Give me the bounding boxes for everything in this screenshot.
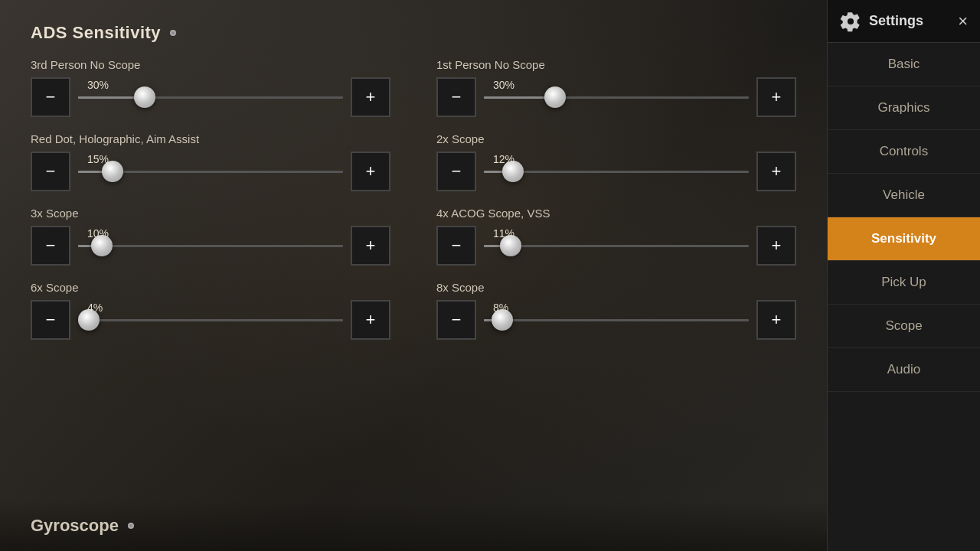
sidebar-header: Settings × [828, 0, 980, 43]
btn-minus-8x-scope[interactable]: − [436, 300, 476, 340]
slider-row-third-person-no-scope: −30%+ [31, 77, 390, 117]
btn-plus-red-dot[interactable]: + [351, 152, 390, 191]
slider-track-red-dot [78, 171, 343, 173]
slider-label-3x-scope: 3x Scope [31, 207, 390, 220]
slider-group-third-person-no-scope: 3rd Person No Scope−30%+ [31, 58, 390, 117]
slider-container-first-person-no-scope[interactable]: 30% [484, 77, 749, 117]
btn-minus-4x-acog[interactable]: − [436, 226, 476, 266]
settings-title-row: Settings [840, 11, 923, 32]
slider-label-6x-scope: 6x Scope [31, 281, 390, 294]
nav-item-scope[interactable]: Scope [828, 305, 980, 348]
slider-value-8x-scope: 8% [493, 302, 508, 314]
btn-minus-2x-scope[interactable]: − [436, 152, 476, 191]
nav-items: BasicGraphicsControlsVehicleSensitivityP… [828, 43, 980, 551]
slider-group-red-dot: Red Dot, Holographic, Aim Assist−15%+ [31, 132, 390, 191]
nav-item-graphics[interactable]: Graphics [828, 86, 980, 130]
slider-track-6x-scope [78, 319, 343, 321]
sidebar: Settings × BasicGraphicsControlsVehicleS… [827, 0, 980, 551]
slider-row-3x-scope: −10%+ [31, 226, 390, 266]
bottom-section: Gyroscope [0, 500, 827, 551]
nav-item-basic[interactable]: Basic [828, 43, 980, 86]
slider-container-3x-scope[interactable]: 10% [78, 226, 343, 266]
btn-minus-third-person-no-scope[interactable]: − [31, 77, 70, 117]
section-title: ADS Sensitivity [31, 23, 161, 43]
slider-track-first-person-no-scope [484, 96, 749, 99]
slider-track-8x-scope [484, 319, 749, 321]
slider-value-third-person-no-scope: 30% [87, 79, 109, 91]
slider-thumb-third-person-no-scope[interactable] [134, 86, 155, 108]
slider-value-2x-scope: 12% [493, 153, 514, 165]
slider-container-red-dot[interactable]: 15% [78, 152, 343, 191]
slider-group-6x-scope: 6x Scope−4%+ [31, 281, 390, 340]
slider-track-3x-scope [78, 245, 343, 247]
slider-track-third-person-no-scope [78, 96, 343, 99]
slider-group-3x-scope: 3x Scope−10%+ [31, 207, 390, 266]
nav-item-sensitivity[interactable]: Sensitivity [828, 217, 980, 261]
btn-plus-2x-scope[interactable]: + [756, 152, 796, 191]
slider-row-8x-scope: −8%+ [436, 300, 796, 340]
slider-label-red-dot: Red Dot, Holographic, Aim Assist [31, 132, 390, 145]
slider-container-8x-scope[interactable]: 8% [484, 300, 749, 340]
btn-plus-first-person-no-scope[interactable]: + [756, 77, 796, 117]
section-header: ADS Sensitivity [31, 23, 796, 43]
main-panel: ADS Sensitivity 3rd Person No Scope−30%+… [0, 0, 827, 551]
nav-item-pickup[interactable]: Pick Up [828, 261, 980, 305]
slider-value-first-person-no-scope: 30% [493, 79, 514, 91]
slider-value-3x-scope: 10% [87, 227, 109, 240]
section-dot [170, 30, 176, 36]
slider-container-2x-scope[interactable]: 12% [484, 152, 749, 191]
slider-group-first-person-no-scope: 1st Person No Scope−30%+ [436, 58, 796, 117]
slider-row-red-dot: −15%+ [31, 152, 390, 191]
slider-thumb-first-person-no-scope[interactable] [544, 86, 566, 108]
btn-minus-3x-scope[interactable]: − [31, 226, 70, 266]
slider-container-third-person-no-scope[interactable]: 30% [78, 77, 343, 117]
btn-plus-6x-scope[interactable]: + [351, 300, 390, 340]
slider-value-red-dot: 15% [87, 153, 109, 165]
slider-row-6x-scope: −4%+ [31, 300, 390, 340]
slider-group-4x-acog: 4x ACOG Scope, VSS−11%+ [436, 207, 796, 266]
slider-label-first-person-no-scope: 1st Person No Scope [436, 58, 796, 71]
btn-plus-third-person-no-scope[interactable]: + [351, 77, 390, 117]
bottom-section-dot [128, 523, 134, 529]
slider-label-third-person-no-scope: 3rd Person No Scope [31, 58, 390, 71]
slider-row-4x-acog: −11%+ [436, 226, 796, 266]
btn-minus-first-person-no-scope[interactable]: − [436, 77, 476, 117]
slider-group-8x-scope: 8x Scope−8%+ [436, 281, 796, 340]
slider-track-2x-scope [484, 171, 749, 173]
btn-plus-4x-acog[interactable]: + [756, 226, 796, 266]
sliders-grid: 3rd Person No Scope−30%+1st Person No Sc… [31, 58, 796, 340]
nav-item-vehicle[interactable]: Vehicle [828, 174, 980, 217]
slider-value-6x-scope: 4% [87, 302, 103, 314]
close-button[interactable]: × [958, 13, 968, 30]
btn-minus-red-dot[interactable]: − [31, 152, 70, 191]
slider-row-first-person-no-scope: −30%+ [436, 77, 796, 117]
btn-plus-3x-scope[interactable]: + [351, 226, 390, 266]
slider-track-4x-acog [484, 245, 749, 247]
nav-item-audio[interactable]: Audio [828, 348, 980, 392]
btn-minus-6x-scope[interactable]: − [31, 300, 70, 340]
gear-icon [840, 11, 861, 32]
slider-container-4x-acog[interactable]: 11% [484, 226, 749, 266]
slider-value-4x-acog: 11% [493, 227, 514, 240]
slider-label-4x-acog: 4x ACOG Scope, VSS [436, 207, 796, 220]
bottom-section-title: Gyroscope [31, 516, 796, 536]
slider-label-2x-scope: 2x Scope [436, 132, 796, 145]
settings-label: Settings [869, 13, 923, 29]
slider-label-8x-scope: 8x Scope [436, 281, 796, 294]
slider-container-6x-scope[interactable]: 4% [78, 300, 343, 340]
slider-group-2x-scope: 2x Scope−12%+ [436, 132, 796, 191]
slider-row-2x-scope: −12%+ [436, 152, 796, 191]
nav-item-controls[interactable]: Controls [828, 130, 980, 174]
btn-plus-8x-scope[interactable]: + [756, 300, 796, 340]
